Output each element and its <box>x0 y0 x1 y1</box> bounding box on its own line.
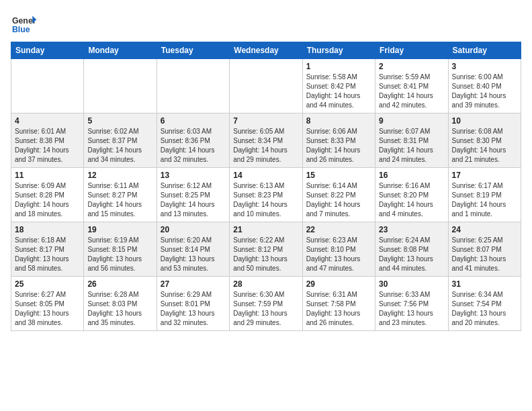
day-info: Sunrise: 6:23 AM Sunset: 8:10 PM Dayligh… <box>306 236 371 273</box>
day-info: Sunrise: 6:13 AM Sunset: 8:23 PM Dayligh… <box>233 181 298 219</box>
day-info: Sunrise: 6:11 AM Sunset: 8:27 PM Dayligh… <box>87 181 152 219</box>
day-number: 14 <box>233 171 298 180</box>
day-number: 18 <box>15 225 80 234</box>
day-info: Sunrise: 5:59 AM Sunset: 8:41 PM Dayligh… <box>379 73 444 110</box>
day-number: 1 <box>306 62 371 71</box>
calendar-cell: 19Sunrise: 6:19 AM Sunset: 8:15 PM Dayli… <box>84 222 157 277</box>
day-info: Sunrise: 6:25 AM Sunset: 8:07 PM Dayligh… <box>452 236 517 273</box>
calendar-cell: 23Sunrise: 6:24 AM Sunset: 8:08 PM Dayli… <box>375 222 448 277</box>
calendar-cell: 10Sunrise: 6:08 AM Sunset: 8:30 PM Dayli… <box>448 113 521 168</box>
day-info: Sunrise: 6:09 AM Sunset: 8:28 PM Dayligh… <box>15 181 80 219</box>
day-number: 28 <box>233 279 298 289</box>
calendar-cell: 12Sunrise: 6:11 AM Sunset: 8:27 PM Dayli… <box>84 168 157 222</box>
day-number: 7 <box>233 116 298 126</box>
calendar-cell: 29Sunrise: 6:31 AM Sunset: 7:58 PM Dayli… <box>302 277 375 331</box>
day-number: 3 <box>452 62 517 71</box>
calendar-cell: 30Sunrise: 6:33 AM Sunset: 7:56 PM Dayli… <box>375 277 448 331</box>
day-number: 21 <box>233 225 298 234</box>
day-info: Sunrise: 6:03 AM Sunset: 8:36 PM Dayligh… <box>161 127 226 165</box>
calendar-week-4: 18Sunrise: 6:18 AM Sunset: 8:17 PM Dayli… <box>11 222 521 277</box>
calendar-cell: 20Sunrise: 6:20 AM Sunset: 8:14 PM Dayli… <box>157 222 229 277</box>
day-info: Sunrise: 5:58 AM Sunset: 8:42 PM Dayligh… <box>306 73 371 110</box>
day-number: 5 <box>87 116 152 126</box>
day-number: 10 <box>452 116 517 126</box>
calendar-week-1: 1Sunrise: 5:58 AM Sunset: 8:42 PM Daylig… <box>11 59 521 113</box>
day-number: 2 <box>379 62 444 71</box>
calendar-cell: 15Sunrise: 6:14 AM Sunset: 8:22 PM Dayli… <box>302 168 375 222</box>
calendar-cell: 28Sunrise: 6:30 AM Sunset: 7:59 PM Dayli… <box>230 277 302 331</box>
day-info: Sunrise: 6:18 AM Sunset: 8:17 PM Dayligh… <box>15 236 80 273</box>
calendar-cell: 1Sunrise: 5:58 AM Sunset: 8:42 PM Daylig… <box>302 59 375 113</box>
calendar-cell: 25Sunrise: 6:27 AM Sunset: 8:05 PM Dayli… <box>11 277 84 331</box>
day-info: Sunrise: 6:19 AM Sunset: 8:15 PM Dayligh… <box>87 236 152 273</box>
day-info: Sunrise: 6:17 AM Sunset: 8:19 PM Dayligh… <box>452 181 517 219</box>
day-number: 15 <box>306 171 371 180</box>
calendar-cell: 14Sunrise: 6:13 AM Sunset: 8:23 PM Dayli… <box>230 168 302 222</box>
day-info: Sunrise: 6:02 AM Sunset: 8:37 PM Dayligh… <box>87 127 152 165</box>
calendar-cell <box>157 59 229 113</box>
day-info: Sunrise: 6:06 AM Sunset: 8:33 PM Dayligh… <box>306 127 371 165</box>
calendar-cell: 26Sunrise: 6:28 AM Sunset: 8:03 PM Dayli… <box>84 277 157 331</box>
weekday-header-friday: Friday <box>375 42 448 59</box>
calendar-cell <box>11 59 84 113</box>
weekday-header-thursday: Thursday <box>302 42 375 59</box>
calendar-cell: 22Sunrise: 6:23 AM Sunset: 8:10 PM Dayli… <box>302 222 375 277</box>
day-info: Sunrise: 6:05 AM Sunset: 8:34 PM Dayligh… <box>233 127 298 165</box>
logo-icon: General Blue <box>11 11 36 36</box>
day-info: Sunrise: 6:01 AM Sunset: 8:38 PM Dayligh… <box>15 127 80 165</box>
day-info: Sunrise: 6:27 AM Sunset: 8:05 PM Dayligh… <box>15 290 80 328</box>
calendar-cell <box>230 59 302 113</box>
day-info: Sunrise: 6:00 AM Sunset: 8:40 PM Dayligh… <box>452 73 517 110</box>
day-number: 4 <box>15 116 80 126</box>
weekday-header-wednesday: Wednesday <box>230 42 302 59</box>
day-info: Sunrise: 6:22 AM Sunset: 8:12 PM Dayligh… <box>233 236 298 273</box>
calendar-week-3: 11Sunrise: 6:09 AM Sunset: 8:28 PM Dayli… <box>11 168 521 222</box>
day-number: 16 <box>379 171 444 180</box>
day-number: 22 <box>306 225 371 234</box>
calendar-cell: 2Sunrise: 5:59 AM Sunset: 8:41 PM Daylig… <box>375 59 448 113</box>
day-number: 24 <box>452 225 517 234</box>
weekday-header-tuesday: Tuesday <box>157 42 229 59</box>
calendar-cell: 3Sunrise: 6:00 AM Sunset: 8:40 PM Daylig… <box>448 59 521 113</box>
weekday-header-monday: Monday <box>84 42 157 59</box>
day-number: 6 <box>161 116 226 126</box>
day-info: Sunrise: 6:07 AM Sunset: 8:31 PM Dayligh… <box>379 127 444 165</box>
calendar-cell: 24Sunrise: 6:25 AM Sunset: 8:07 PM Dayli… <box>448 222 521 277</box>
day-number: 11 <box>15 171 80 180</box>
day-info: Sunrise: 6:08 AM Sunset: 8:30 PM Dayligh… <box>452 127 517 165</box>
day-number: 27 <box>161 279 226 289</box>
day-info: Sunrise: 6:28 AM Sunset: 8:03 PM Dayligh… <box>87 290 152 328</box>
day-number: 17 <box>452 171 517 180</box>
day-number: 29 <box>306 279 371 289</box>
calendar-week-2: 4Sunrise: 6:01 AM Sunset: 8:38 PM Daylig… <box>11 113 521 168</box>
page-header: General Blue <box>11 11 521 36</box>
calendar-cell: 18Sunrise: 6:18 AM Sunset: 8:17 PM Dayli… <box>11 222 84 277</box>
calendar-cell: 31Sunrise: 6:34 AM Sunset: 7:54 PM Dayli… <box>448 277 521 331</box>
day-info: Sunrise: 6:30 AM Sunset: 7:59 PM Dayligh… <box>233 290 298 328</box>
day-number: 19 <box>87 225 152 234</box>
calendar-cell: 4Sunrise: 6:01 AM Sunset: 8:38 PM Daylig… <box>11 113 84 168</box>
day-info: Sunrise: 6:29 AM Sunset: 8:01 PM Dayligh… <box>161 290 226 328</box>
weekday-header-saturday: Saturday <box>448 42 521 59</box>
day-number: 13 <box>161 171 226 180</box>
day-info: Sunrise: 6:12 AM Sunset: 8:25 PM Dayligh… <box>161 181 226 219</box>
day-info: Sunrise: 6:33 AM Sunset: 7:56 PM Dayligh… <box>379 290 444 328</box>
calendar-cell <box>84 59 157 113</box>
day-info: Sunrise: 6:14 AM Sunset: 8:22 PM Dayligh… <box>306 181 371 219</box>
calendar-cell: 6Sunrise: 6:03 AM Sunset: 8:36 PM Daylig… <box>157 113 229 168</box>
day-number: 8 <box>306 116 371 126</box>
day-info: Sunrise: 6:20 AM Sunset: 8:14 PM Dayligh… <box>161 236 226 273</box>
calendar-table: SundayMondayTuesdayWednesdayThursdayFrid… <box>11 42 521 331</box>
day-number: 9 <box>379 116 444 126</box>
day-number: 23 <box>379 225 444 234</box>
weekday-header-row: SundayMondayTuesdayWednesdayThursdayFrid… <box>11 42 521 59</box>
svg-text:Blue: Blue <box>12 25 30 34</box>
calendar-cell: 16Sunrise: 6:16 AM Sunset: 8:20 PM Dayli… <box>375 168 448 222</box>
calendar-cell: 5Sunrise: 6:02 AM Sunset: 8:37 PM Daylig… <box>84 113 157 168</box>
day-info: Sunrise: 6:16 AM Sunset: 8:20 PM Dayligh… <box>379 181 444 219</box>
day-number: 12 <box>87 171 152 180</box>
weekday-header-sunday: Sunday <box>11 42 84 59</box>
calendar-cell: 17Sunrise: 6:17 AM Sunset: 8:19 PM Dayli… <box>448 168 521 222</box>
day-info: Sunrise: 6:24 AM Sunset: 8:08 PM Dayligh… <box>379 236 444 273</box>
day-number: 30 <box>379 279 444 289</box>
